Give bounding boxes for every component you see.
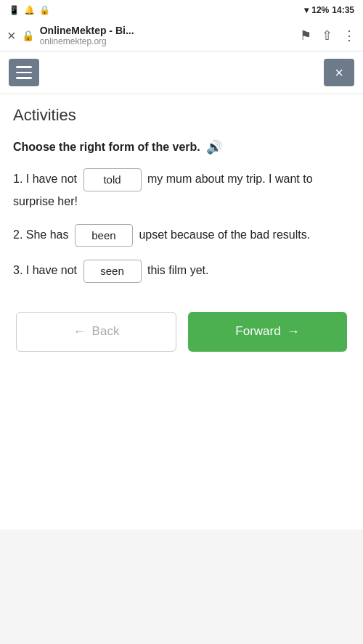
forward-arrow-icon: →	[287, 324, 300, 339]
exercise-1-input[interactable]: told	[83, 168, 142, 191]
exercise-1-prefix: 1. I have not	[13, 173, 77, 185]
hamburger-line	[16, 77, 32, 79]
exercise-2-input[interactable]: been	[75, 224, 133, 247]
exercise-item-2: 2. She has been upset because of the bad…	[13, 224, 350, 247]
close-x-button[interactable]: ×	[324, 59, 354, 86]
hamburger-line	[16, 66, 32, 68]
browser-close-button[interactable]: ×	[7, 28, 16, 44]
back-button[interactable]: ← Back	[16, 312, 176, 352]
status-left-icons: 📱 🔔 🔒	[9, 5, 50, 15]
phone-icon: 📱	[9, 5, 20, 15]
exercise-2-prefix: 2. She has	[13, 228, 69, 241]
notification-icon: 🔔	[24, 5, 35, 15]
browser-title: OnlineMektep - Bi...	[40, 25, 294, 36]
browser-url-block: OnlineMektep - Bi... onlinemektep.org	[40, 25, 294, 46]
share-icon[interactable]: ⇧	[322, 28, 333, 44]
nav-buttons: ← Back Forward →	[13, 312, 350, 352]
hamburger-menu-button[interactable]	[9, 59, 39, 86]
page-title: Activities	[13, 106, 350, 125]
exercise-item-3: 3. I have not seen this film yet.	[13, 260, 350, 283]
exercise-3-suffix: this film yet.	[147, 264, 208, 276]
browser-url: onlinemektep.org	[40, 36, 294, 46]
status-right-info: ▾ 12% 14:35	[304, 5, 354, 15]
bookmark-icon[interactable]: ⚑	[300, 28, 311, 44]
exercise-2-suffix: upset because of the bad results.	[139, 228, 310, 241]
main-content: Activities Choose the right form of the …	[0, 94, 363, 529]
browser-menu-icon[interactable]: ⋮	[343, 28, 356, 44]
section-instruction: Choose the right form of the verb. 🔊	[13, 139, 350, 155]
exercise-item-1: 1. I have not told my mum about my trip.…	[13, 168, 350, 211]
exercise-3-input[interactable]: seen	[83, 260, 142, 283]
hamburger-line	[16, 72, 32, 74]
exercise-3-prefix: 3. I have not	[13, 264, 77, 276]
back-arrow-icon: ←	[73, 324, 86, 339]
back-label: Back	[92, 324, 120, 339]
lock-status-icon: 🔒	[39, 5, 50, 15]
instruction-text: Choose the right form of the verb.	[13, 141, 200, 154]
browser-bar: × 🔒 OnlineMektep - Bi... onlinemektep.or…	[0, 20, 363, 51]
forward-button[interactable]: Forward →	[188, 312, 347, 352]
battery-signal: 12%	[311, 5, 329, 15]
browser-lock-icon: 🔒	[22, 30, 34, 41]
top-toolbar: ×	[0, 51, 363, 94]
forward-label: Forward	[235, 324, 280, 339]
status-bar: 📱 🔔 🔒 ▾ 12% 14:35	[0, 0, 363, 20]
wifi-icon: ▾	[304, 5, 309, 15]
clock: 14:35	[332, 5, 354, 15]
browser-action-icons: ⚑ ⇧ ⋮	[300, 28, 356, 44]
audio-icon[interactable]: 🔊	[206, 139, 222, 155]
